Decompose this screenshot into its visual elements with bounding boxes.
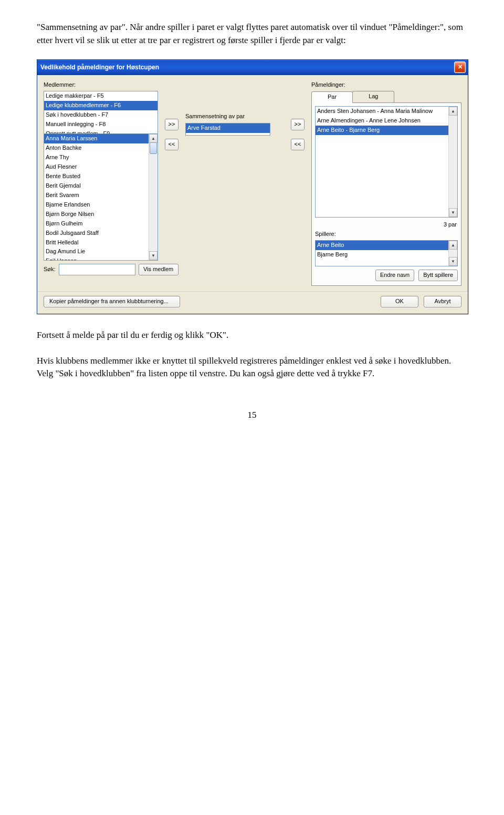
move-buttons-1: >> << — [162, 81, 181, 286]
list-item[interactable]: Berit Gjemdal — [44, 181, 158, 191]
list-item[interactable]: Anders Sten Johansen - Anna Maria Malino… — [316, 107, 457, 116]
list-item[interactable]: Arne Almendingen - Anne Lene Johnsen — [316, 116, 457, 126]
tab-content: Anders Sten Johansen - Anna Maria Malino… — [311, 102, 461, 286]
move-right-button[interactable]: >> — [165, 119, 178, 130]
list-item[interactable]: Anton Bachke — [44, 143, 158, 153]
composition-value[interactable]: Arve Farstad — [186, 123, 270, 133]
composition-column: Sammensetning av par Arve Farstad — [185, 81, 284, 286]
list-item[interactable]: Manuell innlegging - F8 — [44, 120, 158, 129]
list-item[interactable]: Ledige klubbmedlemmer - F6 — [44, 101, 158, 110]
list-item[interactable]: Opprett nytt medlem - F9 — [44, 129, 158, 134]
scrollbar[interactable]: ▲ ▼ — [448, 241, 457, 266]
list-item[interactable]: Aud Flesner — [44, 162, 158, 172]
paragraph-3: Hvis klubbens medlemmer ikke er knyttet … — [37, 355, 467, 380]
pair-count: 3 par — [315, 221, 457, 229]
tab-par[interactable]: Par — [311, 91, 353, 103]
registration-dialog: Vedlikehold påmeldinger for Høstcupen ✕ … — [37, 59, 468, 314]
dialog-body: Medlemmer: Ledige makkerpar - F5 Ledige … — [37, 75, 468, 291]
list-item[interactable]: Arne Beito - Bjarne Berg — [316, 126, 457, 135]
move-left-button[interactable]: << — [165, 139, 178, 150]
edit-name-button[interactable]: Endre navn — [375, 270, 414, 281]
move-left-button-2[interactable]: << — [291, 139, 304, 150]
list-item[interactable]: Berit Svarem — [44, 191, 158, 200]
swap-players-button[interactable]: Bytt spillere — [418, 270, 458, 281]
list-item[interactable]: Anna Maria Larssen — [44, 134, 158, 143]
close-icon[interactable]: ✕ — [454, 61, 466, 73]
list-item[interactable]: Søk i hovedklubben - F7 — [44, 110, 158, 120]
list-item[interactable]: Britt Helledal — [44, 238, 158, 247]
list-item[interactable]: Bjørn Gulheim — [44, 219, 158, 229]
list-item[interactable]: Dag Amund Lie — [44, 247, 158, 256]
dialog-footer: Kopier påmeldinger fra annen klubbturner… — [37, 291, 468, 314]
members-list[interactable]: Anna Maria Larssen Anton Bachke Arne Thy… — [44, 134, 158, 261]
tabs: Par Lag — [311, 91, 461, 102]
search-label: Søk: — [44, 265, 56, 274]
cancel-button[interactable]: Avbryt — [424, 296, 461, 307]
list-item[interactable]: Arne Thy — [44, 153, 158, 162]
composition-box[interactable]: Arve Farstad — [185, 123, 270, 136]
list-item[interactable]: Bjarne Erlandsen — [44, 200, 158, 210]
intro-paragraph: "Sammensetning av par". Når andre spille… — [37, 21, 467, 47]
ok-button[interactable]: OK — [381, 296, 418, 307]
registrations-label: Påmeldinger: — [311, 81, 461, 89]
list-item[interactable]: Arne Beito — [316, 241, 457, 250]
list-item[interactable]: Bjørn Borge Nilsen — [44, 210, 158, 219]
scroll-down-icon[interactable]: ▼ — [449, 257, 457, 266]
player-buttons: Endre navn Bytt spillere — [315, 270, 458, 281]
players-label: Spillere: — [315, 230, 458, 239]
dialog-title: Vedlikehold påmeldinger for Høstcupen — [40, 63, 159, 72]
list-item[interactable]: Bjarne Berg — [316, 250, 457, 260]
scroll-up-icon[interactable]: ▲ — [149, 134, 158, 143]
tab-lag[interactable]: Lag — [352, 91, 394, 102]
members-label: Medlemmer: — [44, 81, 158, 89]
member-modes-list[interactable]: Ledige makkerpar - F5 Ledige klubbmedlem… — [44, 91, 158, 134]
list-item[interactable]: Ledige makkerpar - F5 — [44, 91, 158, 101]
page-number: 15 — [37, 409, 467, 422]
copy-registrations-button[interactable]: Kopier påmeldinger fra annen klubbturner… — [44, 296, 180, 307]
list-item[interactable]: Bente Busted — [44, 172, 158, 181]
scroll-down-icon[interactable]: ▼ — [449, 208, 457, 217]
players-list[interactable]: Arne Beito Bjarne Berg ▲ ▼ — [315, 240, 458, 266]
move-right-button-2[interactable]: >> — [291, 119, 304, 130]
scrollbar[interactable]: ▲ ▼ — [448, 107, 457, 217]
paragraph-2: Fortsett å melde på par til du er ferdig… — [37, 329, 467, 342]
list-item[interactable]: Egil Hansen — [44, 256, 158, 261]
scroll-thumb[interactable] — [150, 142, 157, 154]
search-row: Søk: Vis medlem — [44, 264, 158, 275]
members-column: Medlemmer: Ledige makkerpar - F5 Ledige … — [44, 81, 158, 286]
composition-label: Sammensetning av par — [185, 112, 284, 121]
scroll-up-icon[interactable]: ▲ — [449, 241, 457, 250]
scroll-down-icon[interactable]: ▼ — [149, 251, 158, 260]
scroll-up-icon[interactable]: ▲ — [449, 107, 457, 116]
title-bar[interactable]: Vedlikehold påmeldinger for Høstcupen ✕ — [37, 60, 468, 75]
list-item[interactable]: Bodil Julsgaard Staff — [44, 229, 158, 238]
move-buttons-2: >> << — [288, 81, 307, 286]
pairs-list[interactable]: Anders Sten Johansen - Anna Maria Malino… — [315, 106, 458, 218]
search-input[interactable] — [59, 264, 135, 275]
scrollbar[interactable]: ▲ ▼ — [149, 134, 158, 260]
registrations-column: Påmeldinger: Par Lag Anders Sten Johanse… — [311, 81, 461, 286]
